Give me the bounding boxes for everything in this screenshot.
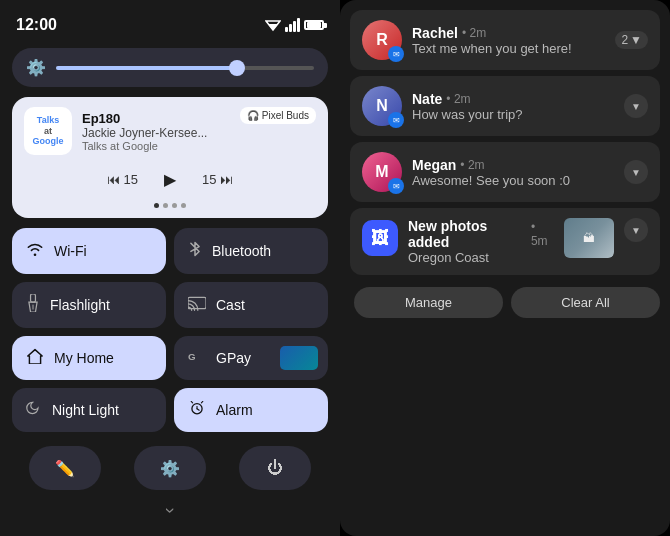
brightness-fill: [56, 66, 237, 70]
nate-expand-button[interactable]: ▼: [624, 94, 648, 118]
gpay-tile-icon: G: [188, 348, 206, 368]
megan-name: Megan: [412, 157, 456, 173]
tile-myhome[interactable]: My Home: [12, 336, 166, 380]
flashlight-tile-label: Flashlight: [50, 297, 110, 313]
notification-nate[interactable]: N ✉ Nate • 2m How was your trip? ▼: [350, 76, 660, 136]
clock: 12:00: [16, 16, 57, 34]
tile-gpay[interactable]: G GPay: [174, 336, 328, 380]
status-bar: 12:00: [12, 16, 328, 34]
svg-marker-6: [28, 350, 42, 364]
nate-message: How was your trip?: [412, 107, 614, 122]
rachel-expand-button[interactable]: 2 ▼: [615, 31, 648, 49]
media-progress-dots: [24, 203, 316, 208]
wifi-tile-label: Wi-Fi: [54, 243, 87, 259]
wifi-status-icon: [265, 18, 281, 32]
nightlight-tile-icon: [26, 400, 42, 420]
megan-expand-button[interactable]: ▼: [624, 160, 648, 184]
media-title: Jackie Joyner-Kersee...: [82, 126, 230, 140]
rachel-name: Rachel: [412, 25, 458, 41]
media-logo: Talks at Google: [24, 107, 72, 155]
flashlight-tile-icon: [26, 294, 40, 316]
nate-header: Nate • 2m: [412, 91, 614, 107]
media-episode: Ep180: [82, 111, 230, 126]
home-tile-label: My Home: [54, 350, 114, 366]
status-icons: [265, 18, 324, 32]
nate-content: Nate • 2m How was your trip?: [412, 91, 614, 122]
brightness-slider[interactable]: ⚙️: [12, 48, 328, 87]
photos-expand-button[interactable]: ▼: [624, 218, 648, 242]
rachel-time: • 2m: [462, 26, 486, 40]
settings-icon: ⚙️: [160, 459, 180, 478]
photos-chevron-icon: ▼: [631, 225, 641, 236]
rachel-expand-count: 2: [621, 33, 628, 47]
rachel-avatar-wrap: R ✉: [362, 20, 402, 60]
home-tile-icon: [26, 348, 44, 368]
tile-alarm[interactable]: Alarm: [174, 388, 328, 432]
tile-cast[interactable]: Cast: [174, 282, 328, 328]
media-source: Talks at Google: [82, 140, 230, 152]
photos-message: Oregon Coast: [408, 250, 554, 265]
dot-1: [154, 203, 159, 208]
alarm-tile-label: Alarm: [216, 402, 253, 418]
megan-content: Megan • 2m Awesome! See you soon :0: [412, 157, 614, 188]
notification-rachel[interactable]: R ✉ Rachel • 2m Text me when you get her…: [350, 10, 660, 70]
rewind-button[interactable]: ⏮ 15: [107, 172, 138, 187]
photos-time: • 5m: [531, 220, 554, 248]
media-badge-label: Pixel Buds: [262, 110, 309, 121]
edit-button[interactable]: ✏️: [29, 446, 101, 490]
quick-settings-panel: 12:00 ⚙️: [0, 0, 340, 536]
media-player-card: Talks at Google Ep180 Jackie Joyner-Kers…: [12, 97, 328, 218]
photos-header: New photos added • 5m: [408, 218, 554, 250]
manage-button[interactable]: Manage: [354, 287, 503, 318]
photos-content: New photos added • 5m Oregon Coast: [408, 218, 554, 265]
tile-flashlight[interactable]: Flashlight: [12, 282, 166, 328]
alarm-tile-icon: [188, 400, 206, 420]
clear-all-button[interactable]: Clear All: [511, 287, 660, 318]
megan-avatar-wrap: M ✉: [362, 152, 402, 192]
gpay-card-visual: [280, 346, 318, 370]
rachel-msg-icon: ✉: [388, 46, 404, 62]
tile-bluetooth[interactable]: Bluetooth: [174, 228, 328, 274]
wifi-tile-icon: [26, 241, 44, 261]
tile-wifi[interactable]: Wi-Fi: [12, 228, 166, 274]
quick-tiles-grid: Wi-Fi Bluetooth Flashlight: [12, 228, 328, 432]
rachel-chevron-icon: ▼: [630, 33, 642, 47]
svg-line-10: [197, 409, 199, 410]
dot-3: [172, 203, 177, 208]
nate-msg-icon: ✉: [388, 112, 404, 128]
megan-msg-icon: ✉: [388, 178, 404, 194]
bluetooth-tile-label: Bluetooth: [212, 243, 271, 259]
photos-name: New photos added: [408, 218, 527, 250]
media-info: Ep180 Jackie Joyner-Kersee... Talks at G…: [82, 111, 230, 152]
notification-megan[interactable]: M ✉ Megan • 2m Awesome! See you soon :0 …: [350, 142, 660, 202]
rachel-header: Rachel • 2m: [412, 25, 605, 41]
media-output-badge[interactable]: 🎧 Pixel Buds: [240, 107, 316, 124]
nate-chevron-icon: ▼: [631, 101, 641, 112]
power-button[interactable]: ⏻: [239, 446, 311, 490]
svg-line-12: [201, 401, 202, 402]
chevron-down-icon[interactable]: ›: [160, 508, 181, 514]
settings-button[interactable]: ⚙️: [134, 446, 206, 490]
gpay-tile-label: GPay: [216, 350, 251, 366]
megan-message: Awesome! See you soon :0: [412, 173, 614, 188]
svg-text:G: G: [188, 351, 196, 362]
forward-button[interactable]: 15 ⏭: [202, 172, 233, 187]
svg-line-11: [191, 401, 192, 402]
cast-tile-icon: [188, 295, 206, 315]
tile-nightlight[interactable]: Night Light: [12, 388, 166, 432]
nightlight-tile-label: Night Light: [52, 402, 119, 418]
dot-4: [181, 203, 186, 208]
brightness-track[interactable]: [56, 66, 314, 70]
rachel-content: Rachel • 2m Text me when you get here!: [412, 25, 605, 56]
nate-time: • 2m: [446, 92, 470, 106]
megan-chevron-icon: ▼: [631, 167, 641, 178]
dot-2: [163, 203, 168, 208]
megan-time: • 2m: [460, 158, 484, 172]
edit-icon: ✏️: [55, 459, 75, 478]
brightness-thumb[interactable]: [229, 60, 245, 76]
bottom-actions: ✏️ ⚙️ ⏻: [12, 446, 328, 490]
notification-photos[interactable]: 🖼 New photos added • 5m Oregon Coast 🏔 ▼: [350, 208, 660, 275]
notification-actions: Manage Clear All: [350, 287, 660, 318]
photos-avatar: 🖼: [362, 220, 398, 256]
play-button[interactable]: ▶: [154, 163, 186, 195]
